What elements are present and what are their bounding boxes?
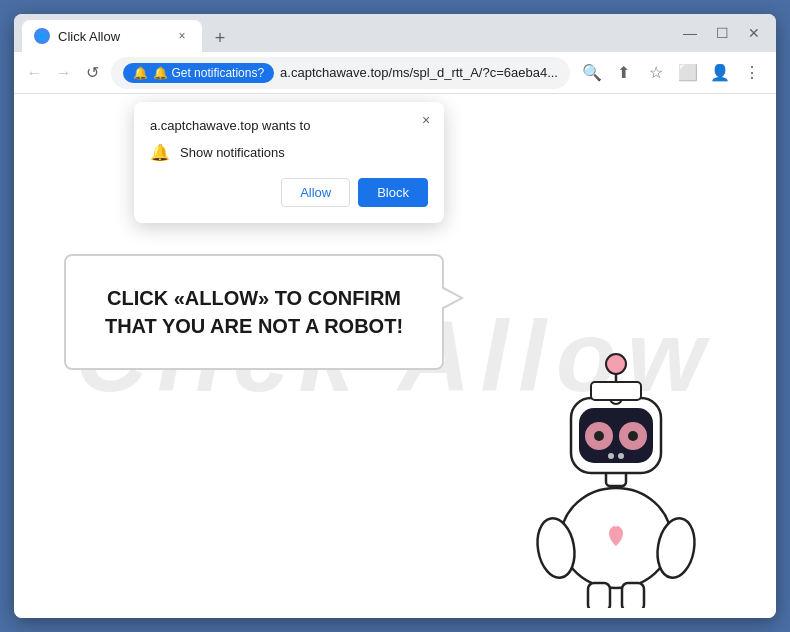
window-controls: — ☐ ✕	[676, 19, 768, 47]
svg-point-15	[618, 453, 624, 459]
forward-button[interactable]: →	[53, 59, 74, 87]
svg-point-12	[594, 431, 604, 441]
reload-button[interactable]: ↺	[82, 59, 103, 87]
main-message-text: CLICK «ALLOW» TO CONFIRM THAT YOU ARE NO…	[102, 284, 406, 340]
message-container: CLICK «ALLOW» TO CONFIRM THAT YOU ARE NO…	[64, 254, 444, 370]
tab-close-button[interactable]: ×	[174, 28, 190, 44]
address-bar[interactable]: 🔔 🔔 Get notifications? a.captchawave.top…	[111, 57, 570, 89]
block-button[interactable]: Block	[358, 178, 428, 207]
url-text: a.captchawave.top/ms/spl_d_rtt_A/?c=6aeb…	[280, 65, 558, 80]
tab-area: 🌐 Click Allow × +	[22, 14, 670, 52]
bell-icon: 🔔	[150, 143, 170, 162]
allow-button[interactable]: Allow	[281, 178, 350, 207]
extend-icon[interactable]: ⬜	[674, 59, 702, 87]
popup-buttons: Allow Block	[150, 178, 428, 207]
robot-illustration	[516, 318, 716, 598]
search-icon[interactable]: 🔍	[578, 59, 606, 87]
tab-favicon: 🌐	[34, 28, 50, 44]
svg-rect-3	[588, 583, 610, 608]
notification-popup: × a.captchawave.top wants to 🔔 Show noti…	[134, 102, 444, 223]
robot-svg	[516, 318, 716, 608]
active-tab[interactable]: 🌐 Click Allow ×	[22, 20, 202, 52]
svg-point-18	[606, 354, 626, 374]
menu-icon[interactable]: ⋮	[738, 59, 766, 87]
svg-rect-4	[622, 583, 644, 608]
popup-title: a.captchawave.top wants to	[150, 118, 428, 133]
close-window-button[interactable]: ✕	[740, 19, 768, 47]
new-tab-button[interactable]: +	[206, 24, 234, 52]
popup-notification-row: 🔔 Show notifications	[150, 143, 428, 162]
browser-window: 🌐 Click Allow × + — ☐ ✕ ← → ↺ 🔔 🔔 Get no…	[14, 14, 776, 618]
back-button[interactable]: ←	[24, 59, 45, 87]
browser-toolbar: ← → ↺ 🔔 🔔 Get notifications? a.captchawa…	[14, 52, 776, 94]
maximize-button[interactable]: ☐	[708, 19, 736, 47]
notifications-button[interactable]: 🔔 🔔 Get notifications?	[123, 63, 274, 83]
account-icon[interactable]: 👤	[706, 59, 734, 87]
minimize-button[interactable]: —	[676, 19, 704, 47]
svg-point-14	[608, 453, 614, 459]
share-icon[interactable]: ⬆	[610, 59, 638, 87]
popup-notification-label: Show notifications	[180, 145, 285, 160]
bookmark-icon[interactable]: ☆	[642, 59, 670, 87]
title-bar: 🌐 Click Allow × + — ☐ ✕	[14, 14, 776, 52]
svg-rect-19	[591, 382, 641, 400]
popup-close-button[interactable]: ×	[416, 110, 436, 130]
content-area: Click Allow × a.captchawave.top wants to…	[14, 94, 776, 618]
svg-point-13	[628, 431, 638, 441]
toolbar-icons: 🔍 ⬆ ☆ ⬜ 👤 ⋮	[578, 59, 766, 87]
tab-title: Click Allow	[58, 29, 166, 44]
